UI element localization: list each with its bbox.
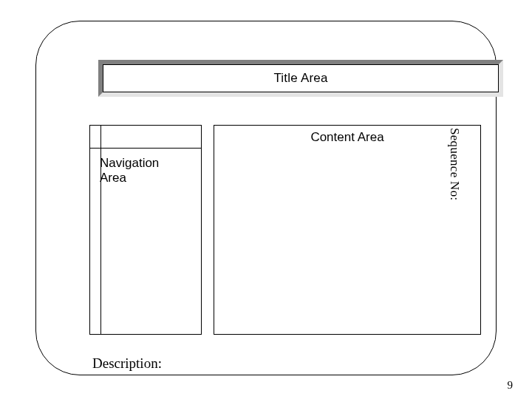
sequence-number-label: Sequence No: — [447, 128, 462, 201]
navigation-header-divider — [90, 148, 201, 149]
navigation-area-label: NavigationArea — [100, 156, 159, 185]
page-number: 9 — [508, 379, 514, 392]
title-area-box: Title Area — [98, 60, 503, 97]
storyboard-card: Title Area NavigationArea Content Area S… — [35, 21, 497, 375]
slide-stage: Title Area NavigationArea Content Area S… — [0, 0, 532, 399]
content-area-label: Content Area — [310, 130, 383, 145]
title-area-label: Title Area — [103, 64, 499, 92]
description-label: Description: — [92, 355, 162, 372]
content-area-box: Content Area — [214, 125, 481, 335]
